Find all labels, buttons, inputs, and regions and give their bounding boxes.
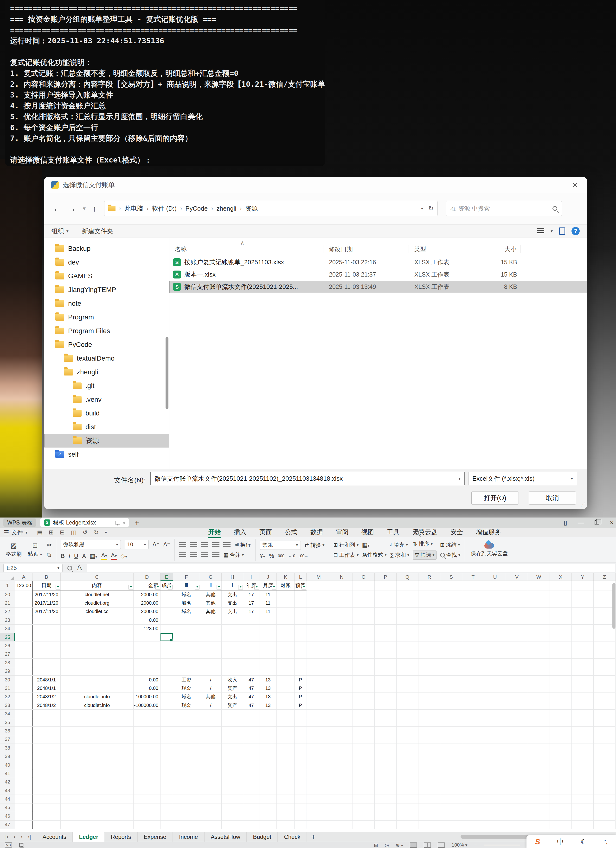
- cell-R38[interactable]: [418, 744, 440, 752]
- page-layout-view-button[interactable]: [424, 842, 431, 848]
- cell-X38[interactable]: [550, 744, 572, 752]
- cell-S28[interactable]: [440, 658, 462, 667]
- cell-V25[interactable]: [506, 633, 528, 642]
- cell-Q45[interactable]: [397, 804, 418, 812]
- cell-D35[interactable]: [133, 718, 160, 727]
- cell-T30[interactable]: [462, 676, 484, 684]
- column-header-Q[interactable]: Q: [397, 573, 418, 581]
- cell-U46[interactable]: [484, 812, 506, 820]
- cell-K47[interactable]: [277, 821, 295, 829]
- row-number-36[interactable]: 36: [0, 727, 15, 735]
- cell-G26[interactable]: [200, 642, 222, 650]
- cell-W43[interactable]: [528, 786, 550, 795]
- cell-A20[interactable]: [15, 590, 33, 599]
- cell-U24[interactable]: [484, 625, 506, 633]
- rows-columns-button[interactable]: ⊞行和列▾: [333, 541, 359, 549]
- cell-Z41[interactable]: [594, 769, 616, 778]
- cell-R20[interactable]: [418, 590, 440, 599]
- cell-H46[interactable]: [222, 812, 243, 820]
- cell-F29[interactable]: [173, 667, 200, 676]
- cell-G41[interactable]: [200, 769, 222, 778]
- breadcrumb-item[interactable]: PyCode: [185, 205, 208, 212]
- cell-V39[interactable]: [506, 752, 528, 761]
- cell-F25[interactable]: [173, 633, 200, 642]
- cell-O39[interactable]: [353, 752, 375, 761]
- cell-P26[interactable]: [375, 642, 397, 650]
- cell-L35[interactable]: [295, 718, 307, 727]
- cell-E34[interactable]: [160, 710, 173, 718]
- cell-H35[interactable]: [222, 718, 243, 727]
- cell-M31[interactable]: [307, 684, 331, 692]
- cell-Q30[interactable]: [397, 676, 418, 684]
- cell-O22[interactable]: [353, 608, 375, 616]
- cell-D20[interactable]: 2000.00: [133, 590, 160, 599]
- cell-N35[interactable]: [331, 718, 353, 727]
- cell-T29[interactable]: [462, 667, 484, 676]
- sheet-tab-Reports[interactable]: Reports: [104, 832, 138, 842]
- cell-Q28[interactable]: [397, 658, 418, 667]
- cell-P28[interactable]: [375, 658, 397, 667]
- cell-I20[interactable]: 17: [243, 590, 259, 599]
- cell-N46[interactable]: [331, 812, 353, 820]
- cell-C43[interactable]: [61, 786, 133, 795]
- cell-P47[interactable]: [375, 821, 397, 829]
- cell-K42[interactable]: [277, 778, 295, 786]
- cell-C27[interactable]: [61, 650, 133, 658]
- cell-B1[interactable]: 日期: [33, 581, 61, 590]
- recent-locations-icon[interactable]: ▾: [83, 205, 86, 212]
- cell-R40[interactable]: [418, 761, 440, 769]
- cell-L24[interactable]: [295, 625, 307, 633]
- column-header-J[interactable]: J: [259, 573, 277, 581]
- cell-N41[interactable]: [331, 769, 353, 778]
- cell-S1[interactable]: [440, 581, 462, 590]
- cell-D37[interactable]: [133, 735, 160, 744]
- menu-tab-开始[interactable]: 开始: [208, 528, 221, 537]
- cell-Z30[interactable]: [594, 676, 616, 684]
- cell-O1[interactable]: [353, 581, 375, 590]
- cell-L47[interactable]: [295, 821, 307, 829]
- cell-V40[interactable]: [506, 761, 528, 769]
- row-number-41[interactable]: 41: [0, 769, 15, 778]
- cell-F40[interactable]: [173, 761, 200, 769]
- cell-N40[interactable]: [331, 761, 353, 769]
- cell-B33[interactable]: 2048/1/2: [33, 701, 61, 710]
- tree-item[interactable]: note: [44, 297, 169, 310]
- cell-U20[interactable]: [484, 590, 506, 599]
- menu-tab-数据[interactable]: 数据: [310, 528, 323, 537]
- cell-F27[interactable]: [173, 650, 200, 658]
- cell-D27[interactable]: [133, 650, 160, 658]
- cell-J46[interactable]: [259, 812, 277, 820]
- tree-scrollbar[interactable]: [166, 337, 169, 409]
- print-preview-icon[interactable]: ◫: [71, 529, 77, 536]
- cell-V22[interactable]: [506, 608, 528, 616]
- conditional-format-button[interactable]: 条件格式▾: [362, 551, 387, 559]
- column-header-S[interactable]: S: [440, 573, 462, 581]
- cell-H21[interactable]: 支出: [222, 599, 243, 607]
- selection-locate-icon[interactable]: ⊕ ▾: [395, 842, 403, 848]
- cell-H31[interactable]: 资产: [222, 684, 243, 692]
- cell-H26[interactable]: [222, 642, 243, 650]
- row-number-30[interactable]: 30: [0, 676, 15, 684]
- sum-button[interactable]: ∑求和▾: [390, 551, 409, 559]
- cell-M38[interactable]: [307, 744, 331, 752]
- cell-E33[interactable]: [160, 701, 173, 710]
- cell-G47[interactable]: [200, 821, 222, 829]
- menu-tab-安全[interactable]: 安全: [450, 528, 463, 537]
- cell-F26[interactable]: [173, 642, 200, 650]
- ribbon-search-icon[interactable]: [415, 530, 419, 535]
- cell-X30[interactable]: [550, 676, 572, 684]
- number-format-select[interactable]: 常规▾: [260, 541, 301, 550]
- column-header-O[interactable]: O: [353, 573, 375, 581]
- cell-B31[interactable]: 2048/1/1: [33, 684, 61, 692]
- cell-P23[interactable]: [375, 616, 397, 624]
- align-top-icon[interactable]: [179, 542, 186, 548]
- cell-B47[interactable]: [33, 821, 61, 829]
- cell-H34[interactable]: [222, 710, 243, 718]
- cell-G42[interactable]: [200, 778, 222, 786]
- cell-E35[interactable]: [160, 718, 173, 727]
- cell-Z40[interactable]: [594, 761, 616, 769]
- cell-A42[interactable]: [15, 778, 33, 786]
- cell-T33[interactable]: [462, 701, 484, 710]
- cell-G40[interactable]: [200, 761, 222, 769]
- cell-X20[interactable]: [550, 590, 572, 599]
